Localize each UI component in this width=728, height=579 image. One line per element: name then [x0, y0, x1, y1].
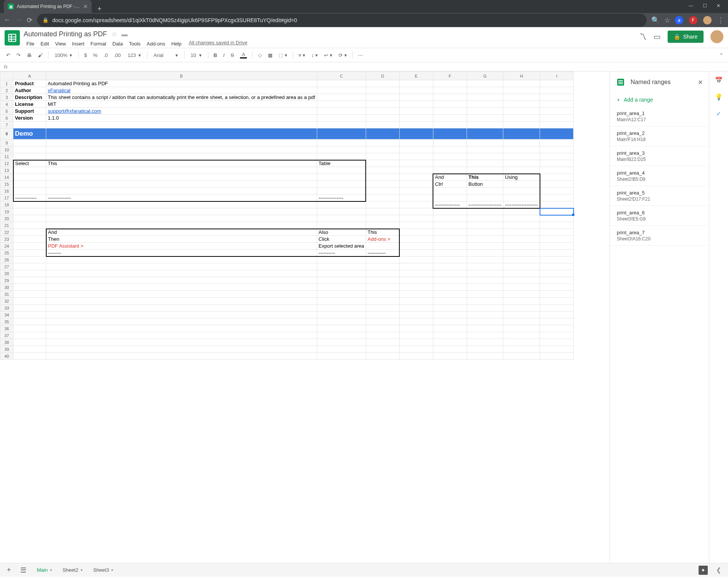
cell-A17[interactable]: -------------: [13, 195, 46, 201]
cell-H31[interactable]: [503, 291, 540, 298]
cell-D2[interactable]: [366, 87, 399, 94]
cell-F16[interactable]: [433, 188, 467, 195]
cell-F7[interactable]: [433, 122, 467, 128]
borders-icon[interactable]: ▦: [266, 51, 275, 60]
cell-B32[interactable]: [46, 298, 317, 305]
cell-A5[interactable]: Support: [13, 108, 46, 115]
cell-G1[interactable]: [467, 80, 503, 87]
cell-E28[interactable]: [399, 270, 433, 277]
cell-I22[interactable]: [540, 229, 574, 236]
cell-F27[interactable]: [433, 263, 467, 270]
cell-G36[interactable]: [467, 325, 503, 332]
cell-H36[interactable]: [503, 325, 540, 332]
cell-I29[interactable]: [540, 277, 574, 284]
cell-C11[interactable]: [317, 153, 366, 160]
paint-format-icon[interactable]: 🖌: [36, 51, 45, 60]
cell-A26[interactable]: [13, 256, 46, 263]
cell-H11[interactable]: [503, 153, 540, 160]
cell-I27[interactable]: [540, 263, 574, 270]
cell-F35[interactable]: [433, 318, 467, 325]
menu-addons[interactable]: Add-ons: [144, 40, 168, 48]
cell-B22[interactable]: And: [46, 229, 317, 236]
cell-H1[interactable]: [503, 80, 540, 87]
cell-B34[interactable]: [46, 311, 317, 318]
cell-F17[interactable]: [433, 195, 467, 201]
cell-D29[interactable]: [366, 277, 399, 284]
cell-D36[interactable]: [366, 325, 399, 332]
cell-B11[interactable]: [46, 153, 317, 160]
cell-G24[interactable]: [467, 243, 503, 250]
cell-A12[interactable]: Select: [13, 160, 46, 167]
cell-A32[interactable]: [13, 298, 46, 305]
cell-I1[interactable]: [540, 80, 574, 87]
cell-I14[interactable]: [540, 174, 574, 181]
cell-E30[interactable]: [399, 284, 433, 291]
cell-F5[interactable]: [433, 108, 467, 115]
cell-I23[interactable]: [540, 236, 574, 243]
cell-D17[interactable]: [366, 195, 399, 201]
vertical-align-icon[interactable]: ↕ ▾: [309, 51, 320, 60]
cell-B21[interactable]: [46, 222, 317, 229]
spreadsheet-grid[interactable]: ABCDEFGHI1ProductAutomated Printing as P…: [0, 71, 574, 360]
cell-D6[interactable]: [366, 115, 399, 122]
cell-I9[interactable]: [540, 139, 574, 146]
cell-A33[interactable]: [13, 305, 46, 311]
cell-A25[interactable]: [13, 250, 46, 256]
cell-H29[interactable]: [503, 277, 540, 284]
cell-D22[interactable]: This: [366, 229, 399, 236]
cell-E39[interactable]: [399, 346, 433, 353]
cell-G26[interactable]: [467, 256, 503, 263]
cell-B19[interactable]: [46, 208, 317, 215]
cell-C28[interactable]: [317, 270, 366, 277]
cell-I3[interactable]: [540, 94, 574, 101]
cell-F34[interactable]: [433, 311, 467, 318]
cell-I5[interactable]: [540, 108, 574, 115]
cell-H8[interactable]: [503, 128, 540, 139]
cell-E36[interactable]: [399, 325, 433, 332]
font-size-dropdown[interactable]: 10 ▾: [188, 51, 205, 60]
cell-F39[interactable]: [433, 346, 467, 353]
cell-E20[interactable]: [399, 215, 433, 222]
cell-A20[interactable]: [13, 215, 46, 222]
cell-B28[interactable]: [46, 270, 317, 277]
cell-B18[interactable]: [46, 201, 317, 208]
cell-B38[interactable]: [46, 339, 317, 346]
cell-H23[interactable]: [503, 236, 540, 243]
zoom-icon[interactable]: 🔍: [651, 16, 660, 24]
cell-A29[interactable]: [13, 277, 46, 284]
cell-D26[interactable]: [366, 256, 399, 263]
cell-F20[interactable]: [433, 215, 467, 222]
cell-E23[interactable]: [399, 236, 433, 243]
cell-G38[interactable]: [467, 339, 503, 346]
cell-E34[interactable]: [399, 311, 433, 318]
cell-H40[interactable]: [503, 353, 540, 360]
cell-D7[interactable]: [366, 122, 399, 128]
cell-H39[interactable]: [503, 346, 540, 353]
cell-H14[interactable]: Using: [503, 174, 540, 181]
cell-I30[interactable]: [540, 284, 574, 291]
tasks-icon[interactable]: ✓: [714, 109, 723, 118]
cell-G27[interactable]: [467, 263, 503, 270]
cell-C14[interactable]: [317, 174, 366, 181]
cell-I39[interactable]: [540, 346, 574, 353]
chevron-down-icon[interactable]: ▾: [111, 568, 113, 572]
cell-E10[interactable]: [399, 146, 433, 153]
cell-H22[interactable]: [503, 229, 540, 236]
cell-G13[interactable]: [467, 167, 503, 174]
cell-C2[interactable]: [317, 87, 366, 94]
cell-C39[interactable]: [317, 346, 366, 353]
cell-E18[interactable]: [399, 201, 433, 208]
cell-G12[interactable]: [467, 160, 503, 167]
fill-color-icon[interactable]: ◇: [256, 51, 264, 60]
undo-icon[interactable]: ↶: [4, 51, 13, 60]
cell-D15[interactable]: [366, 181, 399, 188]
cell-D37[interactable]: [366, 332, 399, 339]
cell-E40[interactable]: [399, 353, 433, 360]
cell-C4[interactable]: [317, 101, 366, 108]
cell-F15[interactable]: Ctrl: [433, 181, 467, 188]
cell-E26[interactable]: [399, 256, 433, 263]
cell-D25[interactable]: -----------: [366, 250, 399, 256]
cell-G19[interactable]: [467, 208, 503, 215]
menu-data[interactable]: Data: [110, 40, 125, 48]
cell-H37[interactable]: [503, 332, 540, 339]
